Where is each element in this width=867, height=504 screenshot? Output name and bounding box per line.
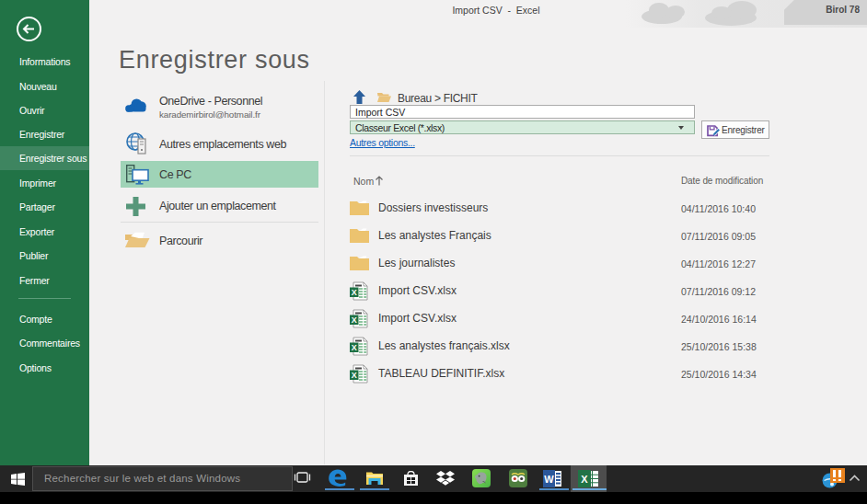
svg-text:X: X: [352, 288, 357, 297]
svg-text:W: W: [544, 474, 554, 485]
svg-text:X: X: [581, 474, 588, 485]
